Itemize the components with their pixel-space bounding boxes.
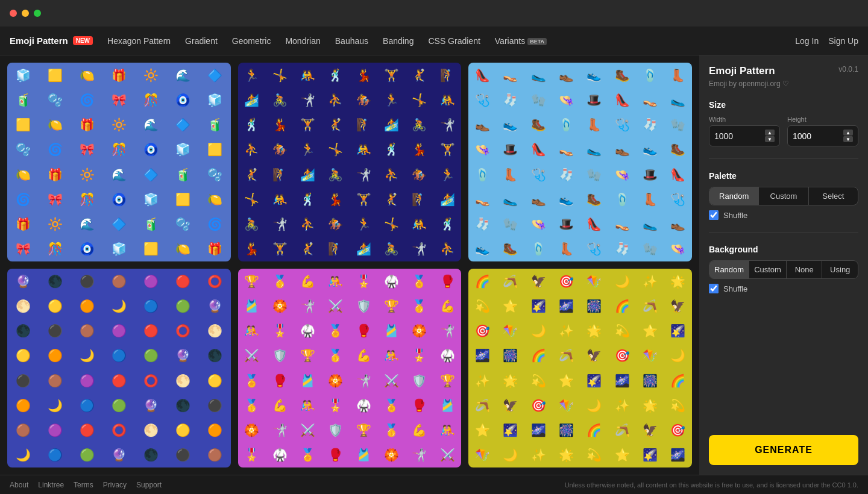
emoji-cell: 🧊 [7,63,39,87]
emoji-cell: 🪁 [552,393,580,417]
emoji-cell: 👢 [497,162,524,187]
emoji-cell: 🥾 [608,63,636,87]
emoji-cell: 🔵 [39,443,71,467]
bg-random[interactable]: Random [709,261,749,278]
background-section: Background Random Custom None Using Shuf… [709,245,858,293]
emoji-cell: 🔮 [199,293,231,318]
emoji-cell: 🥾 [497,237,524,261]
emoji-cell: 🌙 [7,443,39,467]
footer-terms[interactable]: Terms [74,481,93,489]
emoji-cell: 🤾 [322,113,350,137]
nav-css-gradient[interactable]: CSS Gradient [428,36,480,46]
palette-options: Random Custom Select [709,187,858,205]
pattern-card-6[interactable]: 🌈🪃🦅🎯🪁🌙✨🌟💫⭐🌠🌌🎆🌈🪃🦅🎯🪁🌙✨🌟💫⭐🌠🌌🎆🌈🪃🦅🎯🪁🌙✨🌟💫⭐🌠🌌🎆🌈… [468,269,692,467]
nav-geometric[interactable]: Geometric [232,36,271,46]
emoji-cell: 🩺 [608,113,636,137]
pattern-card-2[interactable]: 🏃🤸🤼🕺💃🏋️🤾🧗🏄🚴🤺⛹️🏇🏃🤸🤼🕺💃🏋️🤾🧗🏄🚴🤺⛹️🏇🏃🤸🤼🕺💃🏋️🤾🧗🏄… [238,63,462,261]
footer-support[interactable]: Support [136,481,162,489]
pattern-card-5[interactable]: 🏆🥇💪🤼🎖️🥋🏅🥊🎽🏵️🤺⚔️🛡️🏆🥇💪🤼🎖️🥋🏅🥊🎽🏵️🤺⚔️🛡️🏆🥇💪🤼🎖️… [238,269,462,467]
emoji-cell: 🏇 [266,137,294,162]
palette-custom[interactable]: Custom [759,187,808,205]
emoji-cell: 🥊 [322,443,350,467]
emoji-cell: 🌙 [664,343,692,368]
nav-bauhaus[interactable]: Bauhaus [335,36,368,46]
emoji-cell: 🥿 [636,212,664,237]
emoji-cell: ⚫ [7,368,39,393]
palette-select[interactable]: Select [809,187,858,205]
emoji-grid-1: 🧊🟨🍋🎁🔆🌊🔷🧃🫧🌀🎀🎊🧿🧊🟨🍋🎁🔆🌊🔷🧃🫧🌀🎀🎊🧿🧊🟨🍋🎁🔆🌊🔷🧃🫧🌀🎀🎊🧿🧊… [7,63,231,261]
emoji-cell: 🌙 [103,293,135,318]
emoji-cell: 🌟 [552,443,580,467]
width-decrement[interactable]: ▼ [765,136,775,142]
emoji-cell: 🎆 [636,368,664,393]
palette-shuffle-checkbox[interactable] [709,210,719,220]
emoji-cell: 🕺 [294,187,321,211]
emoji-cell: 🍋 [167,237,199,261]
emoji-cell: 🌙 [524,319,552,343]
pattern-card-1[interactable]: 🧊🟨🍋🎁🔆🌊🔷🧃🫧🌀🎀🎊🧿🧊🟨🍋🎁🔆🌊🔷🧃🫧🌀🎀🎊🧿🧊🟨🍋🎁🔆🌊🔷🧃🫧🌀🎀🎊🧿🧊… [7,63,231,261]
emoji-cell: 🔴 [71,418,103,443]
emoji-cell: 👟 [552,187,580,211]
emoji-cell: 🤼 [322,269,350,293]
signup-button[interactable]: Sign Up [828,36,858,46]
emoji-cell: 👒 [468,137,496,162]
emoji-cell: 🏵️ [377,443,405,467]
pattern-card-4[interactable]: 🔮🌑⚫🟤🟣🔴⭕🌕🟡🟠🌙🔵🟢🔮🌑⚫🟤🟣🔴⭕🌕🟡🟠🌙🔵🟢🔮🌑⚫🟤🟣🔴⭕🌕🟡🟠🌙🔵🟢🔮… [7,269,231,467]
login-button[interactable]: Log In [795,36,819,46]
close-button[interactable] [10,10,17,17]
emoji-cell: 🌀 [39,137,71,162]
emoji-cell: 🟣 [71,368,103,393]
emoji-cell: 🟣 [39,418,71,443]
emoji-cell: 💫 [524,368,552,393]
width-label: Width [709,116,780,123]
height-decrement[interactable]: ▼ [843,136,853,142]
emoji-cell: 🦅 [497,393,524,417]
footer-about[interactable]: About [10,481,28,489]
emoji-cell: 🤸 [238,187,266,211]
emoji-cell: 🌈 [664,368,692,393]
brand: Emoji Pattern NEW [10,36,93,46]
emoji-cell: 🛡️ [406,368,433,393]
width-input[interactable] [714,131,765,141]
maximize-button[interactable] [34,10,41,17]
bg-custom[interactable]: Custom [749,261,787,278]
emoji-cell: 🕺 [238,113,266,137]
emoji-cell: 🥿 [580,137,608,162]
emoji-cell: 🌠 [524,293,552,318]
nav-variants[interactable]: VariantsBETA [495,36,547,46]
emoji-cell: 🏆 [433,368,461,393]
emoji-cell: 🎖️ [350,269,377,293]
width-increment[interactable]: ▲ [765,130,775,136]
emoji-cell: 🌕 [199,319,231,343]
palette-random[interactable]: Random [709,187,759,205]
emoji-cell: 🛡️ [350,293,377,318]
nav-mondrian[interactable]: Mondrian [285,36,320,46]
generate-button[interactable]: GENERATE [709,435,858,465]
emoji-grid-2: 🏃🤸🤼🕺💃🏋️🤾🧗🏄🚴🤺⛹️🏇🏃🤸🤼🕺💃🏋️🤾🧗🏄🚴🤺⛹️🏇🏃🤸🤼🕺💃🏋️🤾🧗🏄… [238,63,462,261]
footer-linktree[interactable]: Linktree [38,481,64,489]
emoji-cell: 🔆 [39,212,71,237]
minimize-button[interactable] [22,10,29,17]
emoji-cell: ⛹️ [238,137,266,162]
emoji-cell: 🌙 [497,443,524,467]
emoji-cell: 🎆 [580,293,608,318]
emoji-cell: 👞 [524,187,552,211]
footer-privacy[interactable]: Privacy [103,481,127,489]
nav-banding[interactable]: Banding [383,36,414,46]
pattern-card-3[interactable]: 👠👡🥿👞👟🥾🩴👢🩺🧦🧤👒🎩👠👡🥿👞👟🥾🩴👢🩺🧦🧤👒🎩👠👡🥿👞👟🥾🩴👢🩺🧦🧤👒🎩👠… [468,63,692,261]
bg-using[interactable]: Using [822,261,858,278]
emoji-cell: 🏆 [294,343,321,368]
width-field: Width ▲ ▼ [709,116,780,146]
nav-gradient[interactable]: Gradient [185,36,218,46]
emoji-cell: ⚫ [71,269,103,293]
bg-shuffle-checkbox[interactable] [709,284,719,293]
emoji-cell: 🤺 [433,113,461,137]
height-input[interactable] [793,131,843,141]
emoji-cell: 🏵️ [322,368,350,393]
emoji-cell: 🧦 [497,87,524,112]
emoji-cell: 🌈 [524,343,552,368]
nav-hexagon-pattern[interactable]: Hexagon Pattern [107,36,171,46]
height-increment[interactable]: ▲ [843,130,853,136]
bg-none[interactable]: None [787,261,823,278]
emoji-cell: 🫧 [199,162,231,187]
